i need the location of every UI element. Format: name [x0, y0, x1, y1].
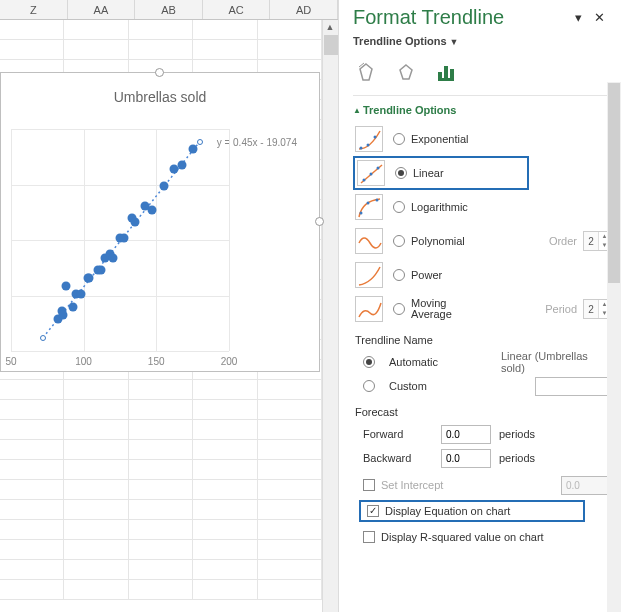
fill-line-icon[interactable] [355, 61, 377, 83]
forward-input[interactable] [441, 425, 491, 444]
option-logarithmic[interactable]: Logarithmic [355, 190, 611, 224]
pane-category-icons [355, 61, 611, 83]
checkbox[interactable] [367, 505, 379, 517]
svg-point-12 [367, 202, 370, 205]
radio[interactable] [393, 133, 405, 145]
svg-point-10 [377, 167, 380, 170]
period-label: Period [545, 303, 577, 315]
pane-dropdown-icon[interactable]: ▾ [569, 8, 588, 27]
svg-marker-1 [360, 64, 372, 80]
radio[interactable] [363, 380, 375, 392]
col-header[interactable]: AA [68, 0, 136, 19]
col-header[interactable]: AB [135, 0, 203, 19]
custom-name-input[interactable] [535, 377, 611, 396]
exponential-curve-icon [355, 126, 383, 152]
trendline-options-icon[interactable] [435, 61, 457, 83]
power-curve-icon [355, 262, 383, 288]
close-icon[interactable]: ✕ [588, 8, 611, 27]
pane-title-bar: Format Trendline ▾ ✕ [353, 6, 611, 29]
linear-curve-icon [357, 160, 385, 186]
name-automatic-row[interactable]: Automatic Linear (Umbrellas sold) [363, 350, 611, 374]
radio[interactable] [393, 235, 405, 247]
x-tick: 200 [221, 356, 238, 367]
radio[interactable] [393, 201, 405, 213]
radio[interactable] [363, 356, 375, 368]
col-header[interactable]: AD [270, 0, 338, 19]
logarithmic-curve-icon [355, 194, 383, 220]
trendline-name-heading: Trendline Name [355, 334, 611, 346]
effects-icon[interactable] [395, 61, 417, 83]
format-trendline-pane: Format Trendline ▾ ✕ Trendline Options ▼… [338, 0, 621, 612]
automatic-name-value: Linear (Umbrellas sold) [501, 350, 611, 374]
col-header[interactable]: Z [0, 0, 68, 19]
option-moving-average[interactable]: MovingAverage Period ▲▼ [355, 292, 611, 326]
svg-point-5 [367, 144, 370, 147]
chart-resize-handle[interactable] [315, 217, 324, 226]
col-header[interactable]: AC [203, 0, 271, 19]
pane-title: Format Trendline [353, 6, 569, 29]
scroll-thumb[interactable] [324, 35, 338, 55]
vertical-scrollbar[interactable]: ▲ [322, 20, 338, 612]
column-headers: Z AA AB AC AD [0, 0, 338, 20]
moving-average-curve-icon [355, 296, 383, 322]
option-polynomial[interactable]: Polynomial Order ▲▼ [355, 224, 611, 258]
display-equation-row[interactable]: Display Equation on chart [359, 500, 585, 522]
embedded-chart[interactable]: Umbrellas sold y = 0.45x - 19.074 0 50 1… [0, 72, 320, 372]
scroll-up-arrow-icon[interactable]: ▲ [323, 20, 337, 34]
section-trendline-options[interactable]: ▲Trendline Options [353, 104, 611, 116]
x-tick: 50 [5, 356, 16, 367]
pane-scrollbar[interactable] [607, 82, 621, 612]
order-label: Order [549, 235, 577, 247]
x-tick: 150 [148, 356, 165, 367]
forecast-backward-row: Backward periods [363, 446, 611, 470]
option-linear[interactable]: Linear [353, 156, 529, 190]
set-intercept-row[interactable]: Set Intercept [363, 474, 611, 496]
option-power[interactable]: Power [355, 258, 611, 292]
svg-point-6 [374, 136, 377, 139]
x-tick: 100 [75, 356, 92, 367]
checkbox[interactable] [363, 479, 375, 491]
chart-resize-handle[interactable] [155, 68, 164, 77]
forecast-heading: Forecast [355, 406, 611, 418]
plot-area[interactable]: 0 50 100 150 200 [11, 129, 229, 351]
backward-input[interactable] [441, 449, 491, 468]
option-exponential[interactable]: Exponential [355, 122, 611, 156]
polynomial-curve-icon [355, 228, 383, 254]
svg-point-11 [360, 212, 363, 215]
name-custom-row[interactable]: Custom [363, 374, 611, 398]
svg-point-13 [376, 199, 379, 202]
intercept-input [561, 476, 611, 495]
radio[interactable] [393, 303, 405, 315]
checkbox[interactable] [363, 531, 375, 543]
chart-title[interactable]: Umbrellas sold [1, 73, 319, 105]
svg-point-8 [363, 179, 366, 182]
scroll-thumb[interactable] [608, 83, 620, 283]
forecast-forward-row: Forward periods [363, 422, 611, 446]
svg-point-9 [370, 173, 373, 176]
pane-subtitle[interactable]: Trendline Options ▼ [353, 35, 611, 47]
radio[interactable] [393, 269, 405, 281]
svg-point-4 [360, 147, 363, 150]
svg-marker-3 [400, 65, 412, 79]
display-rsquared-row[interactable]: Display R-squared value on chart [363, 526, 611, 548]
radio[interactable] [395, 167, 407, 179]
